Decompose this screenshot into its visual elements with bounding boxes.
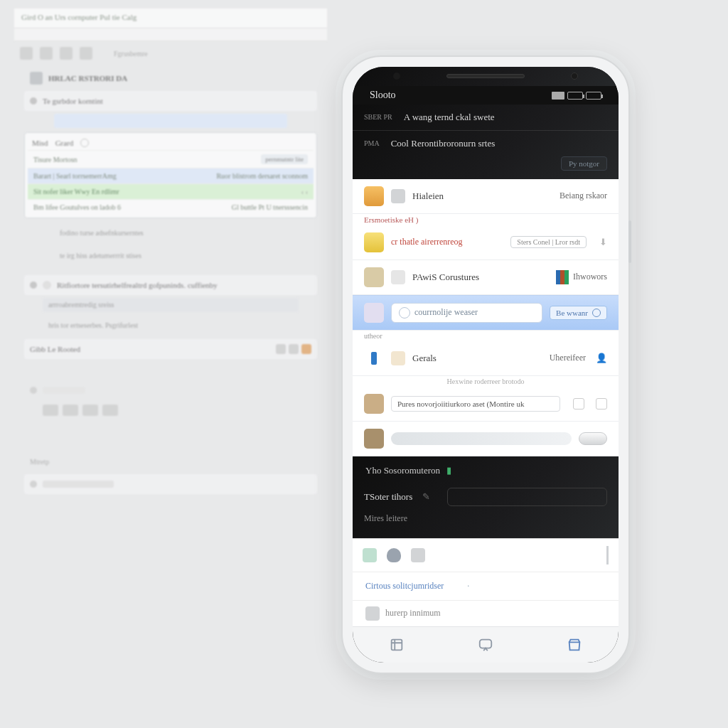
box-icon <box>364 267 384 287</box>
phone-frame: Slooto SBER PR A wang ternd ckal swete P… <box>341 55 630 674</box>
line-label: Mires leitere <box>364 513 407 524</box>
quick-icon[interactable] <box>363 548 377 562</box>
paragraph: fodino turse adsefnkurserntes <box>54 223 317 242</box>
footer-link[interactable]: Cirtous solitcjumridser · <box>353 572 619 600</box>
list-item-subtitle: Ersmoetiske eH ) <box>353 214 619 225</box>
doc-icon <box>391 270 405 284</box>
toggle[interactable] <box>579 432 607 445</box>
status-time: Slooto <box>370 90 396 101</box>
app-icon <box>364 429 384 449</box>
highlight-bar <box>54 114 287 128</box>
arrow-icon[interactable]: ‹ ‹ <box>301 188 308 196</box>
nav-chat-icon[interactable] <box>476 636 495 654</box>
checkbox[interactable] <box>573 398 584 410</box>
tab[interactable]: Misd <box>32 139 48 147</box>
toolbar-icon[interactable] <box>40 47 53 60</box>
quick-bar <box>353 538 619 572</box>
nav-store-icon[interactable] <box>565 636 584 654</box>
field-row[interactable]: Gibb Le Rooted <box>24 339 317 359</box>
text-input[interactable] <box>447 488 607 506</box>
progress-bar <box>391 432 572 445</box>
list-item-field[interactable]: Pures novorjoiitiurkoro aset (Montire uk <box>391 396 560 412</box>
content-list: Hialeien Beiang rskaor Ersmoetiske eH ) … <box>353 179 619 456</box>
status-bar: Slooto <box>353 86 619 105</box>
cell-label: Tisure Mortosn <box>33 156 77 164</box>
footer-line: hurerp innimum <box>353 601 619 626</box>
note-icon <box>391 351 405 365</box>
cell-label: Sit nofer liker Wwy En rdlimr <box>33 188 119 196</box>
header-action-button[interactable]: Py notgor <box>561 156 607 171</box>
toolbar-label: Fgrusbemre <box>114 50 148 58</box>
battery-icon <box>586 92 601 100</box>
footer-row <box>24 474 317 494</box>
scrollbar[interactable] <box>606 546 609 564</box>
cell-chip: pernmutntr lite <box>261 154 308 164</box>
window-icon[interactable] <box>596 398 607 410</box>
list-item-label: cr thatle airerrenreog <box>391 237 463 247</box>
footer-label: Mtretp <box>24 451 317 471</box>
face-icon <box>399 307 410 318</box>
bottle-icon <box>364 348 384 368</box>
heading-row: HRLAC RSTRORI DA <box>24 68 317 88</box>
list-item[interactable]: cr thatle airerrenreog Sters Conel | Lro… <box>353 225 619 260</box>
list-item[interactable]: Hialeien Beiang rskaor <box>353 179 619 214</box>
download-icon[interactable]: ⬇ <box>599 237 607 248</box>
app-icon <box>364 303 384 323</box>
header-text: Cool Rerontibroronurn srtes <box>391 138 496 149</box>
dark-line: Mires leitere <box>353 513 619 531</box>
search-input[interactable]: courrnolije weaser <box>391 303 542 323</box>
go-icon <box>592 309 601 317</box>
list-item[interactable]: Gerals Uhereifeer 👤 <box>353 341 619 376</box>
side-button <box>628 220 631 263</box>
notch <box>353 67 619 86</box>
cell-right: Ruor blistrom dersaret sconnom <box>216 172 308 180</box>
toolbar-icon[interactable] <box>20 47 33 60</box>
dark-section: Yho Sosoromuteron ▮ TSoter tihors ✎ Mire… <box>353 456 619 538</box>
cell-label: Bm lifee Goutulves on ladob 6 <box>33 203 121 211</box>
desktop-window: Gird O an Urs cornputer Pul tie Calg Fgr… <box>14 9 327 648</box>
quick-icon[interactable] <box>411 548 425 562</box>
list-item-subtitle: utheor <box>353 331 619 341</box>
list-item-label: Gerals <box>412 353 437 364</box>
list-item[interactable]: PAwiS Corustures Ihwowors <box>353 260 619 295</box>
person-icon: 👤 <box>596 353 607 364</box>
svg-rect-0 <box>392 640 402 651</box>
toolbar-icon[interactable] <box>60 47 73 60</box>
nav-home-icon[interactable] <box>387 636 406 654</box>
section-title: Yho Sosoromuteron ▮ <box>353 456 619 481</box>
tab[interactable]: Grard <box>55 139 74 147</box>
books-icon <box>556 270 569 284</box>
tag-label: SBER PR <box>364 113 392 121</box>
list-item[interactable]: Pures novorjoiitiurkoro aset (Montire uk <box>353 387 619 422</box>
cell-label: Barart | Searl torrsemerrAmg <box>33 172 117 180</box>
bullet-row[interactable]: Te gsrbdor korntint <box>24 91 317 111</box>
header-row-1[interactable]: SBER PR A wang ternd ckal swete <box>353 105 619 131</box>
input-placeholder: courrnolije weaser <box>414 307 478 318</box>
header-card: SBER PR A wang ternd ckal swete PMA Cool… <box>353 105 619 179</box>
list-item-subtitle: Hexwine roderreer brotodo <box>353 376 619 387</box>
svg-rect-1 <box>480 640 492 648</box>
tag-label: PMA <box>364 139 380 147</box>
pencil-icon[interactable]: ✎ <box>422 491 430 503</box>
bottom-bullet <box>24 380 317 400</box>
window-titlebar: Gird O an Urs cornputer Pul tie Calg <box>14 9 327 28</box>
toolbar-icon[interactable] <box>80 47 92 60</box>
list-item-meta: Beiang rskaor <box>560 191 607 201</box>
quick-icon[interactable] <box>387 548 401 562</box>
list-item[interactable] <box>353 422 619 456</box>
list-item-chip[interactable]: Sters Conel | Lror rsdt <box>510 236 587 248</box>
list-item-label: PAwiS Corustures <box>412 272 479 283</box>
bullet-row[interactable]: Ritfiortore tersutirhelfrealtrd gofpunin… <box>24 275 317 295</box>
doc-icon <box>365 606 380 621</box>
table-box: Misd Grard Tisure Mortosn pernmutntr lit… <box>24 132 317 218</box>
cell-right: Gl buttle Pt U tnersssencin <box>232 203 308 211</box>
action-chip[interactable]: Be wwanr <box>550 306 607 320</box>
dark-field-row[interactable]: TSoter tihors ✎ <box>353 481 619 513</box>
list-item-meta: Uhereifeer <box>550 353 586 363</box>
list-item-selected[interactable]: courrnolije weaser Be wwanr <box>353 295 619 331</box>
header-row-2[interactable]: PMA Cool Rerontibroronurn srtes <box>353 131 619 156</box>
list-item-label: Hialeien <box>412 191 444 202</box>
app-icon <box>364 394 384 414</box>
header-text: A wang ternd ckal swete <box>404 112 495 123</box>
doc-icon <box>391 189 405 203</box>
